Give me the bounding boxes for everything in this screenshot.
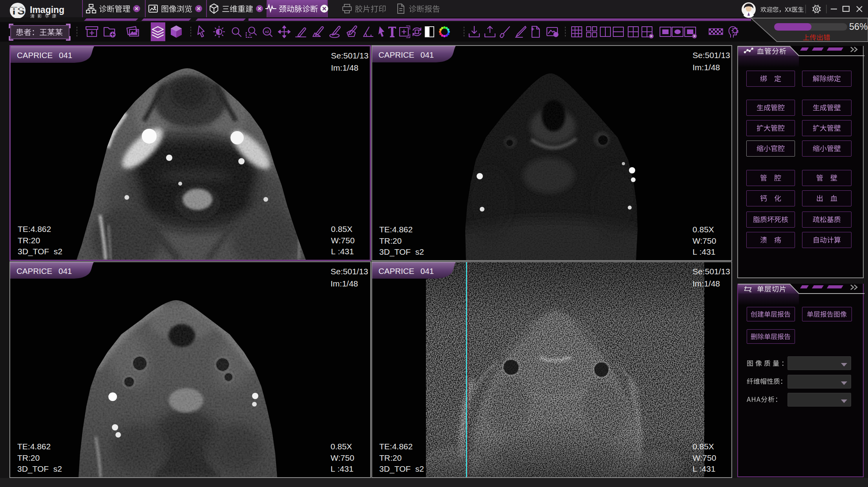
svg-text:L :431: L :431 (693, 464, 715, 473)
svg-text:Im:1/48: Im:1/48 (693, 279, 720, 288)
svg-text:3D_TOF s2: 3D_TOF s2 (18, 247, 62, 256)
svg-text:3D_TOF s2: 3D_TOF s2 (17, 464, 62, 474)
svg-text:041: 041 (420, 266, 434, 275)
svg-text:TE:4.862: TE:4.862 (17, 442, 51, 451)
svg-text:041: 041 (59, 51, 72, 60)
svg-text:Se:501/13: Se:501/13 (331, 51, 369, 60)
svg-text:Se:501/13: Se:501/13 (693, 51, 730, 60)
svg-text:x2: x2 (265, 30, 269, 34)
svg-text:0.85X: 0.85X (331, 224, 353, 233)
svg-text:TR:20: TR:20 (17, 453, 40, 462)
svg-text:CAPRICE: CAPRICE (378, 266, 414, 275)
svg-text:TE:4.862: TE:4.862 (379, 442, 413, 451)
svg-text:0.85X: 0.85X (331, 442, 352, 451)
svg-text:3D_TOF s2: 3D_TOF s2 (379, 247, 424, 257)
svg-text:Imaging: Imaging (30, 5, 64, 15)
svg-text:TR:20: TR:20 (379, 453, 402, 462)
svg-text:TS: TS (11, 5, 25, 17)
svg-text:Im:1/48: Im:1/48 (331, 63, 358, 72)
svg-text:W:750: W:750 (331, 236, 355, 245)
svg-text:041: 041 (58, 266, 72, 275)
svg-text:TE:4.862: TE:4.862 (18, 224, 51, 233)
svg-text:Se:501/13: Se:501/13 (331, 267, 368, 276)
svg-text:TE:4.862: TE:4.862 (379, 225, 413, 234)
svg-text:Se:501/13: Se:501/13 (693, 267, 730, 276)
svg-text:CAPRICE: CAPRICE (16, 266, 52, 275)
svg-text:W:750: W:750 (693, 236, 716, 245)
svg-text:3D_TOF s2: 3D_TOF s2 (379, 464, 424, 474)
svg-text:L :431: L :431 (331, 247, 354, 256)
svg-text:L :431: L :431 (693, 247, 715, 256)
svg-text:L :431: L :431 (331, 464, 353, 473)
svg-text:0.85X: 0.85X (693, 442, 714, 451)
svg-text:W:750: W:750 (331, 453, 354, 462)
svg-text:041: 041 (420, 50, 434, 59)
svg-text:CAPRICE: CAPRICE (378, 50, 414, 59)
svg-text:TR:20: TR:20 (18, 236, 40, 245)
svg-text:W:750: W:750 (693, 453, 716, 462)
svg-text:0.85X: 0.85X (693, 225, 714, 234)
svg-text:Im:1/48: Im:1/48 (331, 279, 358, 288)
svg-text:TR:20: TR:20 (379, 236, 402, 245)
svg-text:Im:1/48: Im:1/48 (693, 63, 720, 72)
svg-text:CAPRICE: CAPRICE (17, 51, 53, 60)
